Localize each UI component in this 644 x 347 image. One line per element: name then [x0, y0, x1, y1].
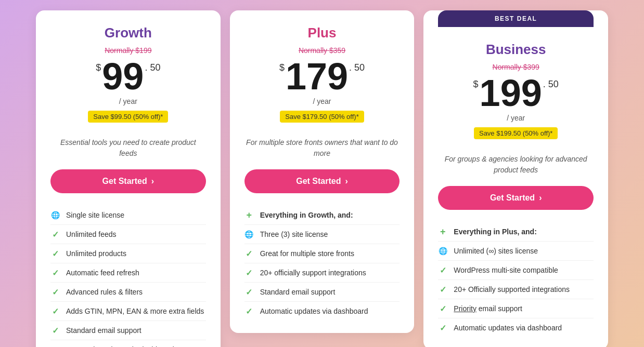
- get-started-button-business[interactable]: Get Started ›: [438, 186, 594, 210]
- price-main-business: 199: [480, 74, 542, 112]
- plan-description-plus: For multiple store fronts owners that wa…: [244, 137, 400, 159]
- feature-text: Everything in Plus, and:: [454, 228, 536, 236]
- plan-description-growth: Essential tools you need to create produ…: [50, 137, 206, 159]
- price-cents-growth: . 50: [145, 63, 160, 72]
- feature-icon-business-0: +: [438, 227, 447, 236]
- feature-icon-business-5: ✓: [438, 323, 447, 332]
- check-icon: ✓: [52, 268, 59, 278]
- feature-text: Automatic updates via dashboard: [454, 324, 562, 332]
- feature-item-growth-1: ✓ Unlimited feeds: [50, 225, 206, 244]
- feature-item-growth-6: ✓ Standard email support: [50, 321, 206, 340]
- plus-icon: +: [440, 226, 446, 237]
- price-period-growth: / year: [50, 97, 206, 105]
- plan-description-business: For groups & agencies looking for advanc…: [438, 154, 594, 176]
- feature-text: Automatic updates via dashboard: [260, 307, 368, 315]
- best-deal-banner: BEST DEAL: [438, 10, 594, 27]
- feature-text: Great for multiple store fronts: [260, 249, 354, 258]
- feature-text: Adds GTIN, MPN, EAN & more extra fields: [66, 307, 204, 315]
- feature-item-plus-3: ✓ 20+ officially support integrations: [244, 263, 400, 283]
- save-container-growth: Save $99.50 (50% off)*: [50, 111, 206, 130]
- plan-title-growth: Growth: [50, 25, 206, 41]
- feature-item-growth-5: ✓ Adds GTIN, MPN, EAN & more extra field…: [50, 302, 206, 321]
- globe-icon: 🌐: [439, 247, 447, 255]
- check-icon: ✓: [52, 345, 59, 348]
- pricing-container: Growth Normally $199 $ 99 . 50 / year Sa…: [36, 10, 608, 347]
- feature-item-plus-1: 🌐 Three (3) site license: [244, 225, 400, 244]
- feature-icon-business-3: ✓: [438, 285, 447, 294]
- feature-item-plus-0: + Everything in Growth, and:: [244, 206, 400, 225]
- normally-price-growth: Normally $199: [50, 46, 206, 55]
- feature-text: Unlimited products: [66, 249, 126, 258]
- feature-text: Automatic feed refresh: [66, 269, 139, 277]
- feature-text: Everything in Growth, and:: [260, 211, 353, 219]
- feature-text: Single site license: [66, 211, 124, 219]
- feature-text: Unlimited feeds: [66, 230, 117, 238]
- feature-icon-growth-4: ✓: [50, 287, 60, 297]
- cta-label: Get Started: [102, 177, 147, 186]
- check-icon: ✓: [246, 249, 252, 259]
- chevron-right-icon: ›: [539, 193, 542, 203]
- feature-item-business-0: + Everything in Plus, and:: [438, 222, 594, 242]
- feature-item-growth-7: ✓ Automatic updates via dashboard: [50, 340, 206, 347]
- check-icon: ✓: [440, 304, 446, 314]
- feature-text: Priority email support: [454, 304, 522, 313]
- check-icon: ✓: [52, 287, 59, 297]
- feature-icon-plus-1: 🌐: [244, 230, 254, 239]
- price-period-business: / year: [438, 114, 594, 122]
- normally-price-business: Normally $399: [438, 63, 594, 71]
- plan-card-plus: Plus Normally $359 $ 179 . 50 / year Sav…: [230, 10, 415, 333]
- feature-icon-growth-6: ✓: [50, 326, 60, 335]
- plan-title-plus: Plus: [244, 25, 400, 41]
- plan-card-growth: Growth Normally $199 $ 99 . 50 / year Sa…: [36, 10, 221, 347]
- feature-icon-plus-0: +: [244, 210, 254, 220]
- feature-icon-plus-3: ✓: [244, 268, 254, 277]
- feature-icon-growth-5: ✓: [50, 306, 60, 316]
- features-list-business: + Everything in Plus, and: 🌐 Unlimited (…: [438, 222, 594, 337]
- feature-text: Unlimited (∞) sites license: [454, 247, 538, 255]
- save-container-plus: Save $179.50 (50% off)*: [244, 111, 400, 130]
- plan-title-business: Business: [438, 42, 594, 58]
- save-badge-business: Save $199.50 (50% off)*: [474, 127, 558, 139]
- check-icon: ✓: [440, 285, 446, 295]
- globe-icon: 🌐: [51, 211, 60, 219]
- chevron-right-icon: ›: [151, 177, 154, 186]
- price-row-plus: $ 179 . 50: [244, 58, 400, 95]
- price-main-plus: 179: [286, 58, 348, 95]
- get-started-button-plus[interactable]: Get Started ›: [244, 169, 400, 193]
- feature-icon-growth-7: ✓: [50, 345, 60, 347]
- feature-icon-plus-4: ✓: [244, 287, 254, 297]
- feature-text: Three (3) site license: [260, 230, 328, 238]
- feature-icon-growth-2: ✓: [50, 249, 60, 258]
- price-row-business: $ 199 . 50: [438, 74, 594, 112]
- price-cents-plus: . 50: [349, 63, 365, 72]
- feature-item-growth-3: ✓ Automatic feed refresh: [50, 263, 206, 283]
- globe-icon: 🌐: [244, 230, 253, 238]
- feature-text: Standard email support: [66, 326, 141, 335]
- check-icon: ✓: [52, 230, 59, 239]
- check-icon: ✓: [52, 306, 59, 316]
- check-icon: ✓: [246, 268, 252, 278]
- feature-item-growth-4: ✓ Advanced rules & filters: [50, 283, 206, 302]
- feature-text: Advanced rules & filters: [66, 288, 143, 296]
- feature-icon-business-1: 🌐: [438, 246, 447, 256]
- normally-price-plus: Normally $359: [244, 46, 400, 55]
- feature-text: 20+ officially support integrations: [260, 269, 366, 277]
- feature-icon-plus-5: ✓: [244, 306, 254, 316]
- features-list-growth: 🌐 Single site license ✓ Unlimited feeds …: [50, 206, 206, 347]
- get-started-button-growth[interactable]: Get Started ›: [50, 169, 206, 193]
- feature-item-growth-2: ✓ Unlimited products: [50, 244, 206, 263]
- feature-icon-growth-0: 🌐: [50, 210, 60, 220]
- feature-item-plus-5: ✓ Automatic updates via dashboard: [244, 302, 400, 321]
- feature-item-plus-2: ✓ Great for multiple store fronts: [244, 244, 400, 263]
- features-list-plus: + Everything in Growth, and: 🌐 Three (3)…: [244, 206, 400, 321]
- cta-label: Get Started: [490, 193, 535, 203]
- feature-icon-business-4: ✓: [438, 304, 447, 313]
- feature-item-business-1: 🌐 Unlimited (∞) sites license: [438, 242, 594, 261]
- dollar-sign: $: [473, 79, 479, 89]
- save-container-business: Save $199.50 (50% off)*: [438, 127, 594, 146]
- save-badge-plus: Save $179.50 (50% off)*: [280, 111, 364, 123]
- feature-item-plus-4: ✓ Standard email support: [244, 283, 400, 302]
- check-icon: ✓: [52, 249, 59, 259]
- save-badge-growth: Save $99.50 (50% off)*: [88, 111, 168, 123]
- feature-icon-business-2: ✓: [438, 265, 447, 275]
